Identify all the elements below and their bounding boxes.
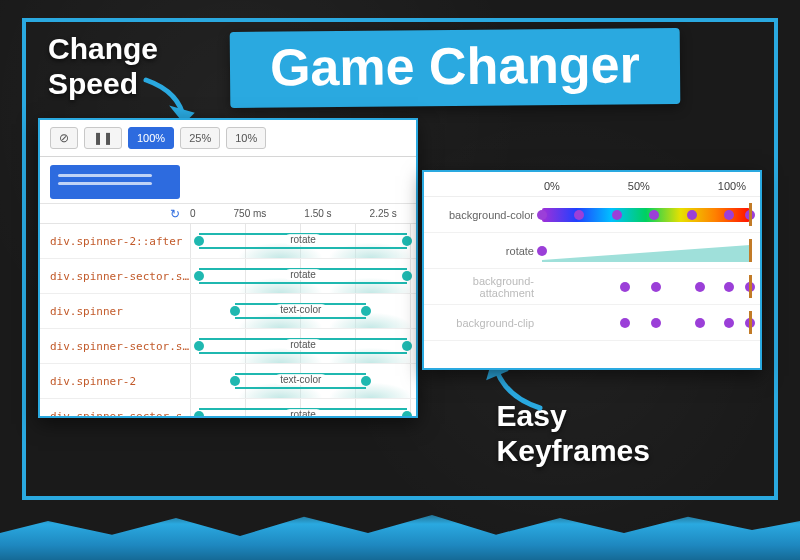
keyframe-dot[interactable] (537, 246, 547, 256)
property-name: background-color (424, 209, 542, 221)
keyframe-handle[interactable] (230, 376, 240, 386)
timeline-track[interactable]: text-color (190, 294, 416, 328)
end-marker (749, 203, 752, 226)
keyframe-track[interactable] (542, 233, 750, 268)
keyframe-dot[interactable] (724, 282, 734, 292)
animation-bar[interactable]: text-color (235, 373, 366, 389)
keyframe-dot[interactable] (620, 318, 630, 328)
animation-bar[interactable]: rotate (199, 268, 407, 284)
timeline-track[interactable]: rotate (190, 329, 416, 363)
timeline-ruler: ↻ 0 750 ms 1.50 s 2.25 s (40, 203, 416, 224)
end-marker (749, 311, 752, 334)
pause-button[interactable]: ❚❚ (84, 127, 122, 149)
keyframe-dot[interactable] (651, 282, 661, 292)
property-label: rotate (284, 409, 322, 418)
keyframe-handle[interactable] (361, 306, 371, 316)
selector-label: div.spinner-sector.spi (40, 410, 190, 419)
animation-row[interactable]: div.spinner-sector.spirotate (40, 259, 416, 294)
clear-icon: ⊘ (59, 132, 69, 144)
keyframe-dot[interactable] (695, 282, 705, 292)
animation-row[interactable]: div.spinnertext-color (40, 294, 416, 329)
animation-bar[interactable]: text-color (235, 303, 366, 319)
callout-line: Change (48, 32, 158, 67)
selector-label: div.spinner-2 (40, 375, 190, 388)
keyframe-dot[interactable] (620, 282, 630, 292)
selector-label: div.spinner-2::after (40, 235, 190, 248)
timeline-track[interactable]: rotate (190, 224, 416, 258)
keyframe-handle[interactable] (194, 411, 204, 418)
keyframe-row[interactable]: background-clip (424, 305, 760, 341)
pct-label: 0% (544, 180, 560, 192)
easing-wedge (542, 243, 750, 262)
gradient-preview (542, 208, 750, 222)
keyframes-ruler: 0% 50% 100% (424, 172, 760, 197)
timeline-track[interactable]: rotate (190, 259, 416, 293)
keyframe-dot[interactable] (537, 210, 547, 220)
tick-label: 0 (190, 208, 196, 219)
keyframe-dot[interactable] (724, 318, 734, 328)
keyframe-handle[interactable] (230, 306, 240, 316)
keyframe-handle[interactable] (194, 236, 204, 246)
keyframe-dot[interactable] (612, 210, 622, 220)
clear-button[interactable]: ⊘ (50, 127, 78, 149)
timeline-track[interactable]: text-color (190, 364, 416, 398)
end-marker (749, 275, 752, 298)
property-label: rotate (284, 339, 322, 350)
decorative-brush (0, 500, 800, 560)
keyframe-dot[interactable] (651, 318, 661, 328)
animation-row[interactable]: div.spinner-2text-color (40, 364, 416, 399)
property-label: text-color (274, 304, 327, 315)
animation-bar[interactable]: rotate (199, 338, 407, 354)
timeline-track[interactable]: rotate (190, 399, 416, 418)
keyframe-dot[interactable] (695, 318, 705, 328)
keyframe-row[interactable]: background-attachment (424, 269, 760, 305)
keyframe-dot[interactable] (649, 210, 659, 220)
keyframe-handle[interactable] (361, 376, 371, 386)
keyframe-row[interactable]: background-color (424, 197, 760, 233)
keyframe-track[interactable] (542, 269, 750, 304)
selector-label: div.spinner-sector.spi (40, 340, 190, 353)
animation-row[interactable]: div.spinner-sector.spirotate (40, 399, 416, 418)
keyframe-dot[interactable] (574, 210, 584, 220)
property-name: background-clip (424, 317, 542, 329)
keyframe-handle[interactable] (402, 341, 412, 351)
title-text: Game Changer (270, 35, 640, 96)
tick-label: 1.50 s (304, 208, 331, 219)
keyframe-row[interactable]: rotate (424, 233, 760, 269)
selector-label: div.spinner (40, 305, 190, 318)
title-banner: Game Changer (230, 28, 681, 108)
animation-bar[interactable]: rotate (199, 233, 407, 249)
keyframe-handle[interactable] (194, 271, 204, 281)
keyframe-dot[interactable] (724, 210, 734, 220)
keyframe-dot[interactable] (687, 210, 697, 220)
end-marker (749, 239, 752, 262)
animation-bar[interactable]: rotate (199, 408, 407, 418)
pct-label: 50% (628, 180, 650, 192)
pause-icon: ❚❚ (93, 132, 113, 144)
animations-panel: ⊘ ❚❚ 100% 25% 10% ↻ 0 750 ms 1.50 s 2.25… (38, 118, 418, 418)
animation-row[interactable]: div.spinner-2::afterrotate (40, 224, 416, 259)
property-name: background-attachment (424, 275, 542, 299)
keyframe-handle[interactable] (402, 271, 412, 281)
pct-label: 100% (718, 180, 746, 192)
speed-25-button[interactable]: 25% (180, 127, 220, 149)
speed-100-button[interactable]: 100% (128, 127, 174, 149)
property-label: text-color (274, 374, 327, 385)
callout-line: Keyframes (497, 434, 650, 469)
replay-button[interactable]: ↻ (170, 207, 180, 221)
keyframe-track[interactable] (542, 305, 750, 340)
speed-10-button[interactable]: 10% (226, 127, 266, 149)
keyframe-handle[interactable] (402, 236, 412, 246)
animation-row[interactable]: div.spinner-sector.spirotate (40, 329, 416, 364)
property-label: rotate (284, 269, 322, 280)
tick-label: 750 ms (234, 208, 267, 219)
selector-label: div.spinner-sector.spi (40, 270, 190, 283)
property-label: rotate (284, 234, 322, 245)
tick-label: 2.25 s (370, 208, 397, 219)
animation-group-thumbnail[interactable] (50, 165, 180, 199)
keyframe-handle[interactable] (194, 341, 204, 351)
animation-rows: div.spinner-2::afterrotatediv.spinner-se… (40, 224, 416, 418)
keyframe-handle[interactable] (402, 411, 412, 418)
property-name: rotate (424, 245, 542, 257)
keyframe-track[interactable] (542, 197, 750, 232)
